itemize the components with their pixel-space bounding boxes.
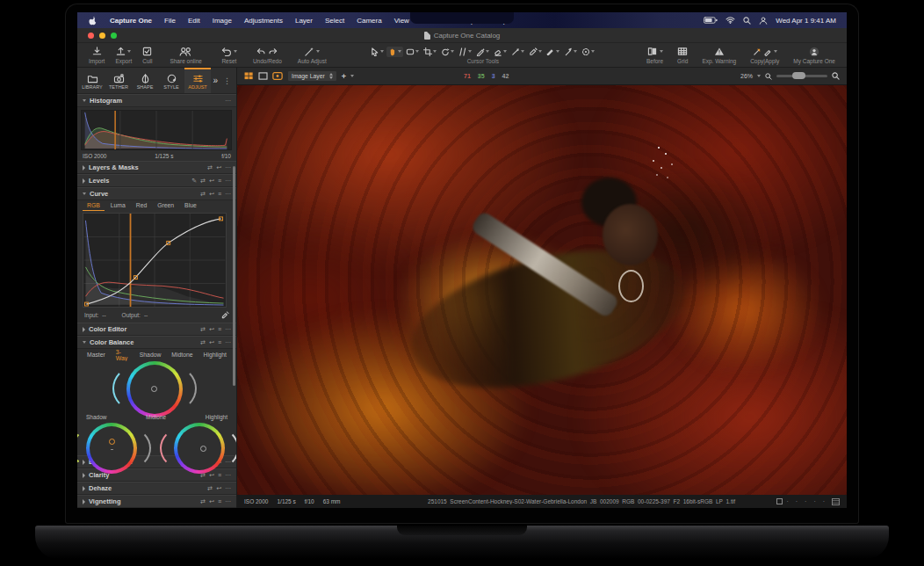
presets-icon[interactable]: ≡ xyxy=(218,472,221,478)
exposure-warning-button[interactable]: Exp. Warning xyxy=(697,43,740,67)
curve-tab-rgb[interactable]: RGB xyxy=(83,200,105,211)
menu-camera[interactable]: Camera xyxy=(350,17,387,25)
reset-adjustments-icon[interactable]: ↩ xyxy=(209,191,214,197)
export-button[interactable]: Export xyxy=(111,43,136,67)
panel-vignetting-header[interactable]: Vignetting ⇄↩≡⋯ xyxy=(77,495,236,508)
orientation-tool[interactable] xyxy=(404,47,421,57)
zoom-out-icon[interactable] xyxy=(765,73,772,80)
undo-icon[interactable] xyxy=(256,47,266,56)
tag-checkbox[interactable] xyxy=(776,498,783,504)
menu-edit[interactable]: Edit xyxy=(182,17,206,25)
control-center-icon[interactable] xyxy=(759,17,768,25)
menu-bar-clock[interactable]: Wed Apr 1 9:41 AM xyxy=(776,17,836,25)
cull-button[interactable]: Cull xyxy=(138,43,156,67)
zoom-in-icon[interactable] xyxy=(832,72,840,80)
color-tag-dots[interactable]: · · · · · xyxy=(787,498,827,504)
straighten-tool[interactable] xyxy=(457,47,473,57)
copy-adjustments-icon[interactable]: ⇄ xyxy=(207,164,213,171)
reset-adjustments-icon[interactable]: ↩ xyxy=(216,485,221,491)
more-icon[interactable]: ⋯ xyxy=(225,339,231,345)
my-capture-one-button[interactable]: My Capture One xyxy=(789,43,840,67)
panel-color-editor-header[interactable]: Color Editor ⇄↩≡⋯ xyxy=(77,323,236,336)
apple-menu[interactable] xyxy=(77,16,104,25)
add-layer-button[interactable]: + xyxy=(342,72,346,81)
menu-adjustments[interactable]: Adjustments xyxy=(238,17,289,25)
menu-file[interactable]: File xyxy=(158,17,182,25)
more-icon[interactable]: ⋯ xyxy=(225,98,231,104)
reset-adjustments-icon[interactable]: ↩ xyxy=(209,178,214,184)
shadow-color-wheel[interactable] xyxy=(86,423,137,474)
copy-adjustments-icon[interactable]: ⇄ xyxy=(200,339,206,345)
proof-view-icon[interactable] xyxy=(272,72,283,80)
tabs-overflow-menu[interactable]: ⋮ xyxy=(223,76,231,85)
zoom-level-select[interactable]: 26% xyxy=(740,73,753,79)
curve-eyedropper-icon[interactable] xyxy=(221,311,229,319)
copy-adjustments-icon[interactable]: ⇄ xyxy=(207,485,213,491)
rotate-tool[interactable] xyxy=(439,47,456,57)
before-after-button[interactable]: Before xyxy=(642,43,668,67)
grid-button[interactable]: Grid xyxy=(673,43,692,67)
redo-icon[interactable] xyxy=(268,47,278,56)
pan-tool[interactable] xyxy=(386,47,403,57)
copy-adjustments-icon[interactable]: ⇄ xyxy=(200,178,206,184)
presets-icon[interactable]: ≡ xyxy=(218,339,221,345)
reset-adjustments-icon[interactable]: ↩ xyxy=(209,326,214,332)
gradient-mask-tool[interactable] xyxy=(509,47,526,57)
pick-levels-icon[interactable]: ✎ xyxy=(191,178,197,184)
share-online-button[interactable]: Share online xyxy=(165,43,206,67)
reset-adjustments-icon[interactable]: ↩ xyxy=(209,472,214,478)
presets-icon[interactable]: ≡ xyxy=(218,326,221,332)
copy-apply-button[interactable]: Copy|Apply xyxy=(746,43,783,67)
more-icon[interactable]: ⋯ xyxy=(225,191,231,197)
cb-tab-shadow[interactable]: Shadow xyxy=(135,350,166,360)
cb-tab-highlight[interactable]: Highlight xyxy=(199,350,231,360)
viewer-canvas[interactable] xyxy=(237,85,847,495)
single-view-icon[interactable] xyxy=(258,72,268,80)
import-button[interactable]: Import xyxy=(84,43,109,67)
crop-tool[interactable] xyxy=(422,47,438,57)
wifi-icon[interactable] xyxy=(725,17,735,24)
tab-library[interactable]: LIBRARY xyxy=(79,68,105,93)
panel-histogram-header[interactable]: Histogram ⋯ xyxy=(77,94,236,107)
reset-adjustments-icon[interactable]: ↩ xyxy=(209,339,214,345)
reset-button[interactable]: Reset xyxy=(217,43,242,67)
zoom-slider[interactable] xyxy=(776,75,827,77)
menu-layer[interactable]: Layer xyxy=(289,17,319,25)
copy-adjustments-icon[interactable]: ⇄ xyxy=(200,326,206,332)
panel-dehaze-header[interactable]: Dehaze ⇄↩⋯ xyxy=(77,482,236,495)
more-icon[interactable]: ⋯ xyxy=(225,178,231,184)
cb-tab-midtone[interactable]: Midtone xyxy=(167,350,197,360)
menu-image[interactable]: Image xyxy=(206,17,238,25)
reset-adjustments-icon[interactable]: ↩ xyxy=(216,164,221,171)
battery-icon[interactable] xyxy=(704,17,718,24)
curve-tab-luma[interactable]: Luma xyxy=(106,200,130,211)
multi-view-icon[interactable] xyxy=(244,72,254,80)
heal-tool[interactable] xyxy=(545,47,561,57)
highlight-color-wheel[interactable] xyxy=(174,423,225,474)
clone-tool[interactable] xyxy=(562,47,579,57)
zoom-slider-thumb[interactable] xyxy=(792,72,805,79)
more-tool-tabs-button[interactable]: » xyxy=(213,76,218,85)
more-icon[interactable]: ⋯ xyxy=(225,326,231,332)
tab-shape[interactable]: SHAPE xyxy=(132,68,158,93)
copy-adjustments-icon[interactable]: ⇄ xyxy=(200,498,206,504)
curve-graph[interactable] xyxy=(77,211,236,309)
draw-mask-tool[interactable] xyxy=(474,47,491,57)
pick-color-tool[interactable] xyxy=(527,47,544,57)
panel-curve-header[interactable]: Curve ⇄↩≡⋯ xyxy=(77,187,236,200)
add-layer-menu-icon[interactable] xyxy=(350,75,354,77)
cb-tab-master[interactable]: Master xyxy=(83,350,110,360)
more-icon[interactable]: ⋯ xyxy=(225,164,231,171)
auto-adjust-button[interactable]: Auto Adjust xyxy=(293,43,331,67)
tab-adjust[interactable]: ADJUST xyxy=(184,68,211,93)
tab-tether[interactable]: TETHER xyxy=(105,68,132,93)
tab-style[interactable]: STYLE xyxy=(158,68,184,93)
curve-tab-blue[interactable]: Blue xyxy=(180,200,201,211)
presets-icon[interactable]: ≡ xyxy=(218,191,221,197)
presets-icon[interactable]: ≡ xyxy=(218,178,221,184)
erase-mask-tool[interactable] xyxy=(492,47,509,57)
curve-tab-red[interactable]: Red xyxy=(132,200,151,211)
more-icon[interactable]: ⋯ xyxy=(225,498,231,504)
menu-select[interactable]: Select xyxy=(319,17,350,25)
panel-levels-header[interactable]: Levels ✎⇄↩≡⋯ xyxy=(77,174,236,187)
